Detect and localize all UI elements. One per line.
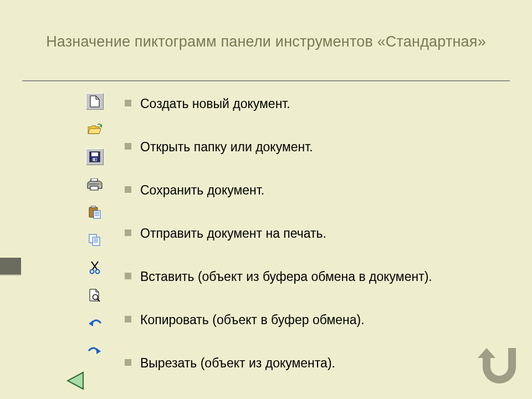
svg-marker-29 [96, 289, 99, 292]
svg-point-26 [90, 270, 94, 274]
bullet-icon [125, 100, 131, 106]
bullet-icon [125, 316, 131, 323]
list-item-label: Отправить документ на печать. [140, 225, 499, 242]
list-item: Сохранить документ. [125, 182, 499, 198]
title-divider [22, 80, 510, 81]
list-item: Отправить документ на печать. [125, 225, 499, 242]
svg-marker-33 [96, 348, 101, 354]
list-item-label: Копировать (объект в буфер обмена). [140, 311, 499, 328]
bullet-icon [125, 186, 131, 193]
svg-point-12 [99, 183, 101, 185]
svg-rect-7 [95, 158, 96, 161]
open-folder-icon [86, 121, 104, 137]
svg-line-25 [93, 262, 98, 269]
svg-point-27 [96, 270, 100, 274]
list-item-label: Сохранить документ. [140, 182, 499, 198]
slide-title: Назначение пиктограмм панели инструменто… [0, 33, 532, 50]
list-item-label: Открыть папку или документ. [140, 139, 499, 155]
bullet-icon [125, 143, 131, 150]
svg-marker-3 [88, 129, 101, 134]
print-icon [86, 176, 104, 193]
return-button[interactable] [478, 345, 516, 383]
paste-icon [86, 204, 104, 221]
u-turn-arrow-icon [478, 345, 516, 383]
toolbar-icon-column [83, 93, 106, 359]
list-item: Открыть папку или документ. [125, 139, 499, 155]
list-item: Копировать (объект в буфер обмена). [125, 311, 499, 328]
svg-rect-20 [93, 237, 100, 245]
bullet-icon [125, 229, 131, 236]
new-file-icon [86, 93, 104, 110]
list-item: Вырезать (объект из документа). [125, 355, 499, 371]
save-icon [86, 149, 104, 165]
redo-icon [86, 342, 104, 359]
bullet-icon [125, 359, 131, 366]
list-item-label: Вставить (объект из буфера обмена в доку… [140, 268, 499, 285]
back-triangle-icon [64, 370, 85, 391]
svg-marker-34 [68, 372, 83, 389]
undo-icon [86, 315, 104, 331]
cut-icon [86, 259, 104, 276]
description-list: Создать новый документ. Открыть папку ил… [125, 95, 499, 398]
list-item: Вставить (объект из буфера обмена в доку… [125, 268, 499, 285]
svg-rect-5 [91, 152, 98, 156]
svg-rect-11 [90, 186, 98, 190]
list-item: Создать новый документ. [125, 95, 499, 112]
svg-rect-15 [94, 211, 100, 218]
bullet-icon [125, 273, 131, 279]
preview-icon [86, 287, 104, 304]
svg-marker-32 [89, 320, 93, 326]
svg-marker-1 [96, 96, 99, 99]
copy-icon [86, 232, 104, 248]
svg-rect-14 [91, 206, 95, 208]
list-item-label: Создать новый документ. [140, 95, 499, 112]
decorative-side-bar [0, 258, 21, 274]
list-item-label: Вырезать (объект из документа). [140, 355, 499, 371]
svg-line-24 [91, 262, 97, 269]
back-button[interactable] [64, 370, 86, 392]
